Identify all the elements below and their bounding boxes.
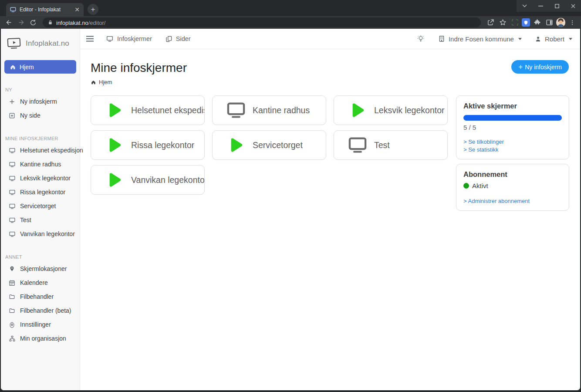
- url-host: infoplakat.no: [56, 20, 88, 26]
- nav-item-sider[interactable]: Sider: [166, 35, 191, 43]
- plus-square-icon: [8, 112, 16, 119]
- chevron-down-icon: [518, 38, 522, 40]
- active-screens-panel: Aktive skjermer 5 / 5 > Se tilkoblinger …: [456, 95, 569, 159]
- sidebar-item-vanvikan[interactable]: Vanvikan legekontor: [1, 227, 80, 241]
- link-administrer-abonnement[interactable]: > Administrer abonnement: [463, 198, 562, 204]
- subscription-title: Abonnement: [463, 170, 562, 179]
- sidebar-item-filbehandler[interactable]: Filbehandler: [1, 290, 80, 304]
- link-se-statistikk[interactable]: > Se statistikk: [463, 146, 562, 153]
- sidebar-section-annet: ANNET: [5, 254, 80, 260]
- sidebar-item-hjem[interactable]: Hjem: [4, 60, 76, 74]
- sidebar-item-leksvik[interactable]: Leksvik legekontor: [1, 171, 80, 185]
- browser-menu-icon[interactable]: [567, 17, 578, 28]
- reload-button[interactable]: [28, 17, 38, 28]
- user-menu[interactable]: Robert: [535, 35, 572, 43]
- org-selector[interactable]: Indre Fosen kommune: [438, 35, 522, 43]
- logo-text: Infoplakat.no: [26, 39, 69, 48]
- app-sidebar: Infoplakat.no Hjem NY Ny infoskjerm Ny s…: [1, 29, 80, 390]
- password-extension-icon[interactable]: [522, 18, 530, 27]
- sidebar-item-helsetunet[interactable]: Helsetunet ekspedisjon: [1, 143, 80, 157]
- sidebar-item-kantine[interactable]: Kantine radhus: [1, 157, 80, 171]
- chevron-down-icon: [569, 38, 572, 40]
- card-vanvikan[interactable]: Vanvikan legekontor: [91, 165, 205, 195]
- sidebar-item-innstillinger[interactable]: Innstillinger: [1, 318, 80, 331]
- sidebar-item-label: Skjermlokasjoner: [20, 265, 67, 272]
- logo-monitor-play-icon: [7, 37, 21, 49]
- url-bar[interactable]: infoplakat.no/editor/: [43, 17, 481, 27]
- status-active-dot: [463, 183, 469, 189]
- sidebar-item-filbehandler-beta[interactable]: Filbehandler (beta): [1, 304, 80, 318]
- home-icon: [10, 64, 16, 70]
- top-navbar: Infoskjermer Sider Indre Fosen kommune R…: [80, 29, 580, 49]
- card-test[interactable]: Test: [334, 130, 448, 160]
- profile-avatar[interactable]: [556, 18, 565, 27]
- browser-tab[interactable]: Editor - Infoplakat ✕: [6, 3, 84, 16]
- sidebar-item-ny-infoskjerm[interactable]: Ny infoskjerm: [1, 95, 80, 108]
- sidebar-item-min-organisasjon[interactable]: Min organisasjon: [1, 331, 80, 345]
- card-helsetunet[interactable]: Helsetunet ekspedisjon: [91, 95, 205, 125]
- nav-item-label: Infoskjermer: [117, 35, 152, 42]
- sidebar-item-test[interactable]: Test: [1, 213, 80, 227]
- active-screens-count: 5 / 5: [463, 124, 562, 131]
- subscription-status: Aktivt: [472, 182, 488, 189]
- window-close-button[interactable]: [565, 0, 581, 12]
- sidebar-section-mine-infoskjermer: MINE INFOSKJERMER: [5, 136, 80, 141]
- play-icon: [347, 102, 368, 118]
- new-tab-button[interactable]: +: [88, 4, 98, 15]
- link-se-tilkoblinger[interactable]: > Se tilkoblinger: [463, 139, 562, 145]
- back-button[interactable]: [3, 17, 14, 28]
- monitor-icon: [106, 35, 114, 42]
- window-minimize-button[interactable]: [533, 0, 549, 12]
- sidebar-item-ny-side[interactable]: Ny side: [1, 108, 80, 122]
- person-icon: [535, 36, 541, 42]
- screenshot-extension-icon[interactable]: [510, 17, 520, 28]
- monitor-icon: [226, 102, 247, 118]
- extensions-puzzle-icon[interactable]: [532, 17, 542, 28]
- share-icon[interactable]: [485, 17, 496, 28]
- play-icon: [226, 137, 247, 153]
- page-viewport: Infoplakat.no Hjem NY Ny infoskjerm Ny s…: [1, 29, 580, 390]
- app-logo[interactable]: Infoplakat.no: [1, 29, 80, 49]
- bookmark-star-icon[interactable]: [497, 17, 508, 28]
- card-rissa[interactable]: Rissa legekontor: [91, 130, 205, 160]
- folder-icon: [8, 308, 16, 314]
- card-kantine[interactable]: Kantine radhus: [212, 95, 326, 125]
- nav-item-infoskjermer[interactable]: Infoskjermer: [106, 35, 152, 42]
- window-maximize-button[interactable]: [549, 0, 565, 12]
- monitor-icon: [8, 175, 16, 182]
- tips-lightbulb-icon[interactable]: [416, 34, 425, 43]
- sidebar-item-label: Rissa legekontor: [20, 189, 65, 196]
- infoskjerm-card-grid: Helsetunet ekspedisjon Kantine radhus Le…: [91, 95, 448, 211]
- active-screens-progressbar: [463, 115, 562, 121]
- lock-icon: [48, 20, 53, 25]
- monitor-icon: [8, 231, 16, 237]
- card-servicetorget[interactable]: Servicetorget: [212, 130, 326, 160]
- card-leksvik[interactable]: Leksvik legekontor: [334, 95, 448, 125]
- breadcrumb[interactable]: Hjem: [91, 79, 569, 85]
- card-title: Helsetunet ekspedisjon: [131, 105, 204, 115]
- sidebar-item-kalendere[interactable]: Kalendere: [1, 276, 80, 290]
- user-menu-label: Robert: [545, 35, 564, 43]
- monitor-icon: [347, 137, 368, 153]
- new-infoskjerm-button[interactable]: + Ny infoskjerm: [511, 60, 569, 74]
- new-infoskjerm-button-label: Ny infoskjerm: [525, 64, 562, 71]
- org-selector-label: Indre Fosen kommune: [449, 35, 514, 43]
- favicon-monitor-icon: [10, 7, 16, 13]
- monitor-icon: [8, 203, 16, 210]
- tab-title: Editor - Infoplakat: [20, 7, 71, 13]
- sidebar-item-label: Filbehandler (beta): [20, 307, 71, 314]
- side-panel-icon[interactable]: [544, 17, 554, 28]
- gear-icon: [8, 321, 16, 328]
- browser-toolbar: infoplakat.no/editor/: [0, 16, 581, 29]
- sidebar-item-skjermlokasjoner[interactable]: Skjermlokasjoner: [1, 262, 80, 276]
- monitor-icon: [8, 161, 16, 168]
- forward-button[interactable]: [16, 17, 26, 28]
- hamburger-menu-icon[interactable]: [86, 36, 94, 42]
- card-title: Leksvik legekontor: [374, 105, 445, 115]
- sidebar-item-servicetorget[interactable]: Servicetorget: [1, 199, 80, 213]
- window-menu-button[interactable]: [517, 0, 533, 12]
- sidebar-item-label: Innstillinger: [20, 321, 51, 328]
- tab-close-icon[interactable]: ✕: [74, 7, 80, 13]
- sidebar-item-rissa[interactable]: Rissa legekontor: [1, 185, 80, 199]
- active-screens-title: Aktive skjermer: [463, 102, 562, 110]
